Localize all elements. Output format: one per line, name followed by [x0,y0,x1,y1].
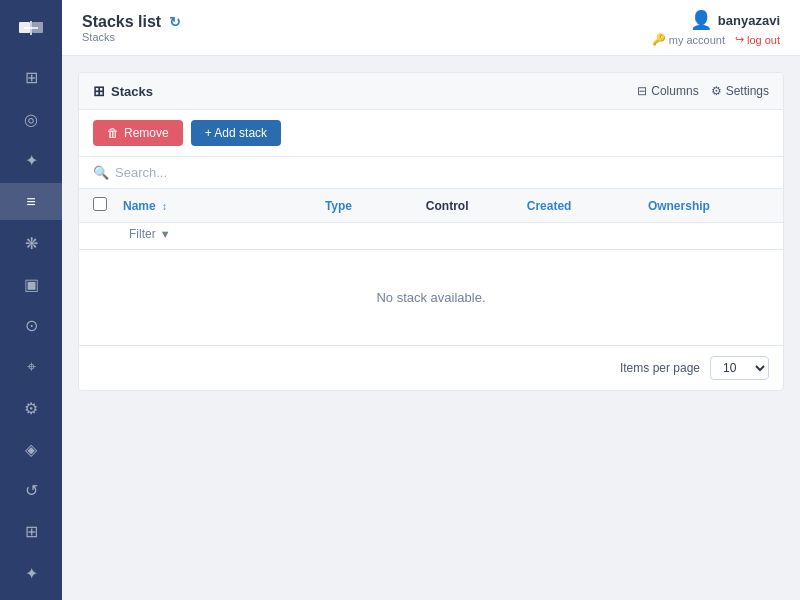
search-input-wrap: 🔍 [93,165,769,180]
refresh-button[interactable]: ↻ [169,14,181,30]
panel-actions: ⊟ Columns ⚙ Settings [637,84,769,98]
history-icon: ↺ [25,481,38,500]
app-header: Stacks list ↻ Stacks 👤 banyazavi 🔑 my ac… [62,0,800,56]
sidebar-item-volumes[interactable]: ⊙ [0,307,62,344]
sidebar-item-containers[interactable]: ▣ [0,266,62,303]
sidebar-item-history[interactable]: ↺ [0,472,62,509]
filter-label-wrap: Filter ▼ [129,227,171,241]
dashboard-icon: ⊞ [25,68,38,87]
stacks-panel: ⊞ Stacks ⊟ Columns ⚙ Settings [78,72,784,391]
filter-icon: ▼ [160,228,171,240]
monitoring-icon: ◎ [24,110,38,129]
settings-icon: ✦ [25,564,38,583]
col-header-type[interactable]: Type [325,199,426,213]
volumes-icon: ⊙ [25,316,38,335]
add-stack-button[interactable]: + Add stack [191,120,281,146]
header-left: Stacks list ↻ Stacks [82,13,181,43]
sidebar-item-deployments[interactable]: ✦ [0,142,62,179]
deployments-icon: ✦ [25,151,38,170]
logout-link[interactable]: ↪ log out [735,33,780,46]
sidebar-item-dashboard[interactable]: ⊞ [0,59,62,96]
settings-button[interactable]: ⚙ Settings [711,84,769,98]
sidebar-item-host[interactable]: ⊞ [0,513,62,550]
networks-icon: ⌖ [27,358,36,376]
gear-icon: ⚙ [711,84,722,98]
logout-icon: ↪ [735,33,744,46]
header-links: 🔑 my account ↪ log out [652,33,780,46]
stacks-panel-icon: ⊞ [93,83,105,99]
select-all-checkbox[interactable] [93,197,107,211]
col-header-ownership[interactable]: Ownership [648,199,769,213]
col-header-created[interactable]: Created [527,199,648,213]
sidebar-item-plugins[interactable]: ⚙ [0,390,62,427]
plugins-icon: ⚙ [24,399,38,418]
search-input[interactable] [115,165,769,180]
filter-row: Filter ▼ [79,223,783,250]
items-per-page-select[interactable]: 10 25 50 100 [710,356,769,380]
search-bar: 🔍 [79,157,783,189]
panel-title: ⊞ Stacks [93,83,153,99]
page-title: Stacks list [82,13,161,31]
sidebar-item-services[interactable]: ❋ [0,224,62,261]
panel-header: ⊞ Stacks ⊟ Columns ⚙ Settings [79,73,783,110]
sidebar-item-settings[interactable]: ✦ [0,555,62,592]
page-title-row: Stacks list ↻ [82,13,181,31]
sidebar-item-registries[interactable]: ◈ [0,431,62,468]
app-logo[interactable] [11,8,51,47]
services-icon: ❋ [25,234,38,253]
sort-icon: ↕ [162,201,167,212]
col-header-name[interactable]: Name ↕ [123,199,325,213]
filter-label: Filter [129,227,156,241]
table-header: Name ↕ Type Control Created Ownership [79,189,783,223]
sidebar-item-networks[interactable]: ⌖ [0,348,62,385]
user-avatar-icon: 👤 [690,9,712,31]
host-icon: ⊞ [25,522,38,541]
header-right: 👤 banyazavi 🔑 my account ↪ log out [652,9,780,46]
username: banyazavi [718,13,780,28]
search-icon: 🔍 [93,165,109,180]
sidebar-item-monitoring[interactable]: ◎ [0,101,62,138]
content-area: ⊞ Stacks ⊟ Columns ⚙ Settings [62,56,800,600]
trash-icon: 🗑 [107,126,119,140]
empty-state: No stack available. [79,250,783,345]
key-icon: 🔑 [652,33,666,46]
user-info: 👤 banyazavi [690,9,780,31]
pagination-bar: Items per page 10 25 50 100 [79,345,783,390]
col-header-control: Control [426,199,527,213]
items-per-page-label: Items per page [620,361,700,375]
columns-button[interactable]: ⊟ Columns [637,84,698,98]
breadcrumb: Stacks [82,31,181,43]
toolbar: 🗑 Remove + Add stack [79,110,783,157]
containers-icon: ▣ [24,275,39,294]
columns-icon: ⊟ [637,84,647,98]
registries-icon: ◈ [25,440,37,459]
main-content: Stacks list ↻ Stacks 👤 banyazavi 🔑 my ac… [62,0,800,600]
select-all-col [93,197,123,214]
sidebar-item-stacks[interactable]: ≡ [0,183,62,220]
my-account-link[interactable]: 🔑 my account [652,33,725,46]
sidebar: ⊞ ◎ ✦ ≡ ❋ ▣ ⊙ ⌖ ⚙ ◈ ↺ ⊞ ✦ [0,0,62,600]
remove-button[interactable]: 🗑 Remove [93,120,183,146]
stacks-icon: ≡ [26,193,35,211]
